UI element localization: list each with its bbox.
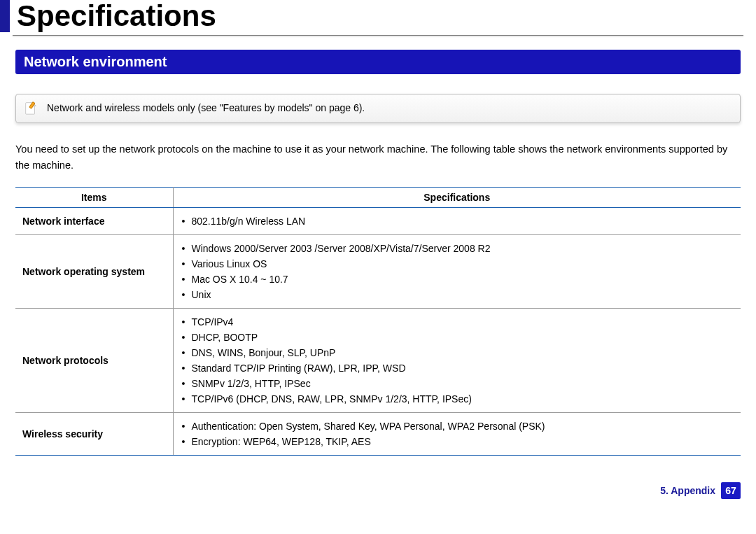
spec-list: Authentication: Open System, Shared Key,… [181, 419, 734, 449]
table-row: Network interface802.11b/g/n Wireless LA… [15, 208, 741, 235]
spec-item: TCP/IPv4 [181, 314, 734, 330]
page-footer: 5. Appendix 67 [0, 456, 756, 512]
content-area: Network environment Network and wireless… [0, 50, 756, 456]
title-underline [13, 35, 743, 36]
row-item: Wireless security [15, 413, 173, 456]
page-title-wrap: Specifications [0, 0, 756, 32]
spec-item: SNMPv 1/2/3, HTTP, IPSec [181, 376, 734, 391]
page-number: 67 [721, 482, 741, 499]
spec-table: Items Specifications Network interface80… [15, 187, 741, 456]
header-specs: Specifications [173, 188, 741, 208]
spec-item: Windows 2000/Server 2003 /Server 2008/XP… [181, 241, 734, 256]
intro-text: You need to set up the network protocols… [15, 141, 741, 173]
spec-item: 802.11b/g/n Wireless LAN [181, 213, 734, 229]
row-specs: Windows 2000/Server 2003 /Server 2008/XP… [173, 235, 741, 309]
table-row: Network operating systemWindows 2000/Ser… [15, 235, 741, 309]
section-heading: Network environment [15, 50, 741, 74]
spec-item: DNS, WINS, Bonjour, SLP, UPnP [181, 345, 734, 360]
spec-item: Authentication: Open System, Shared Key,… [181, 419, 734, 434]
row-specs: 802.11b/g/n Wireless LAN [173, 208, 741, 235]
row-item: Network operating system [15, 235, 173, 309]
note-box: Network and wireless models only (see "F… [15, 94, 741, 123]
row-item: Network interface [15, 208, 173, 235]
spec-item: Standard TCP/IP Printing (RAW), LPR, IPP… [181, 360, 734, 376]
footer-chapter: 5. Appendix [660, 485, 715, 496]
table-row: Wireless securityAuthentication: Open Sy… [15, 413, 741, 456]
note-text: Network and wireless models only (see "F… [47, 102, 365, 113]
header-items: Items [15, 188, 173, 208]
page-title: Specifications [0, 0, 756, 32]
row-specs: Authentication: Open System, Shared Key,… [173, 413, 741, 456]
note-icon [23, 100, 38, 115]
spec-list: Windows 2000/Server 2003 /Server 2008/XP… [181, 241, 734, 302]
spec-item: Unix [181, 287, 734, 302]
spec-item: Encryption: WEP64, WEP128, TKIP, AES [181, 434, 734, 449]
table-header-row: Items Specifications [15, 188, 741, 208]
table-body: Network interface802.11b/g/n Wireless LA… [15, 208, 741, 456]
row-item: Network protocols [15, 309, 173, 413]
spec-item: DHCP, BOOTP [181, 330, 734, 345]
spec-list: TCP/IPv4DHCP, BOOTPDNS, WINS, Bonjour, S… [181, 314, 734, 407]
table-row: Network protocolsTCP/IPv4DHCP, BOOTPDNS,… [15, 309, 741, 413]
spec-item: Mac OS X 10.4 ~ 10.7 [181, 272, 734, 287]
spec-item: TCP/IPv6 (DHCP, DNS, RAW, LPR, SNMPv 1/2… [181, 391, 734, 407]
spec-list: 802.11b/g/n Wireless LAN [181, 213, 734, 229]
spec-item: Various Linux OS [181, 256, 734, 272]
row-specs: TCP/IPv4DHCP, BOOTPDNS, WINS, Bonjour, S… [173, 309, 741, 413]
